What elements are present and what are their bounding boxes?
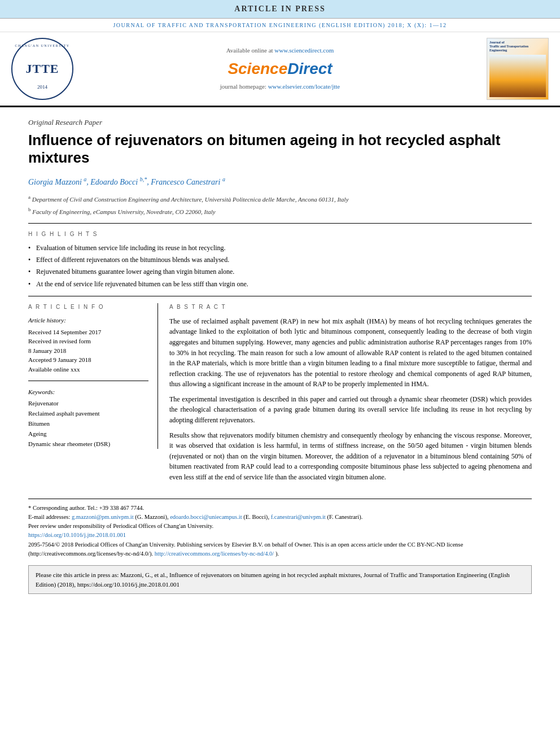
journal-homepage: journal homepage: www.elsevier.com/locat…	[96, 82, 464, 91]
affiliation-b: b Faculty of Engineering, eCampus Univer…	[28, 206, 532, 217]
article-info-inner: A R T I C L E I N F O Article history: R…	[28, 303, 158, 449]
email-addresses: E-mail addresses: g.mazzoni@pm.univpm.it…	[28, 513, 532, 522]
highlights-header: H I G H L I G H T S	[28, 230, 532, 239]
keywords-list: Rejuvenator Reclaimed asphalt pavement B…	[28, 399, 148, 449]
journal-homepage-url[interactable]: www.elsevier.com/locate/jtte	[268, 83, 340, 90]
highlight-item-1: Evaluation of bitumen service life inclu…	[28, 243, 532, 253]
separator-1	[28, 223, 532, 224]
logo-abbreviation: JTTE	[25, 60, 59, 78]
abstract-col: A B S T R A C T The use of reclaimed asp…	[169, 303, 532, 487]
keyword-4: Ageing	[28, 430, 148, 439]
banner-text: ARTICLE IN PRESS	[234, 5, 325, 13]
author-bocci: Edoardo Bocci	[90, 178, 138, 186]
highlights-section: H I G H L I G H T S Evaluation of bitume…	[28, 230, 532, 289]
highlight-item-2: Effect of different rejuvenators on the …	[28, 255, 532, 265]
highlight-item-4: At the end of service life rejuvenated b…	[28, 279, 532, 289]
received-text: Received 14 September 2017 Received in r…	[28, 327, 148, 374]
abstract-paragraph-1: The use of reclaimed asphalt pavement (R…	[169, 316, 532, 390]
author-canestrari: Francesco Canestrari	[151, 178, 220, 186]
email-canestrari-link[interactable]: f.canestrari@univpm.it	[271, 514, 326, 520]
email-mazzoni-link[interactable]: g.mazzoni@pm.univpm.it	[72, 514, 134, 520]
author-affiliations: a Department of Civil and Construction E…	[28, 194, 532, 216]
info-separator	[28, 381, 148, 381]
abstract-header: A B S T R A C T	[169, 303, 532, 312]
header-right: Journal ofTraffic and TransportationEngi…	[475, 38, 549, 100]
history-label: Article history:	[28, 316, 148, 325]
doi-link: https://doi.org/10.1016/j.jtte.2018.01.0…	[28, 531, 532, 540]
authors-line: Giorgia Mazzoni a, Edoardo Bocci b,*, Fr…	[28, 176, 532, 188]
separator-2	[28, 296, 532, 296]
article-in-press-banner: ARTICLE IN PRESS	[0, 0, 560, 19]
abstract-text: The use of reclaimed asphalt pavement (R…	[169, 316, 532, 483]
keyword-3: Bitumen	[28, 420, 148, 429]
sciencedirect-logo: ScienceDirect	[96, 58, 464, 81]
affiliation-a: a Department of Civil and Construction E…	[28, 194, 532, 204]
highlight-item-3: Rejuvenated bitumens guarantee lower age…	[28, 267, 532, 277]
abstract-paragraph-2: The experimental investigation is descri…	[169, 394, 532, 426]
university-arc-text: CHANG'AN UNIVERSITY	[12, 43, 72, 49]
email-bocci-link[interactable]: edoardo.bocci@uniecampus.it	[170, 514, 242, 520]
journal-title-bar: JOURNAL OF TRAFFIC AND TRANSPORTATION EN…	[0, 19, 560, 32]
main-content: Original Research Paper Influence of rej…	[0, 107, 560, 605]
two-col-section: A R T I C L E I N F O Article history: R…	[28, 303, 532, 487]
keyword-2: Reclaimed asphalt pavement	[28, 409, 148, 418]
journal-cover-image: Journal ofTraffic and TransportationEngi…	[487, 38, 549, 100]
highlights-list: Evaluation of bitumen service life inclu…	[28, 243, 532, 290]
article-type-label: Original Research Paper	[28, 117, 532, 128]
keyword-1: Rejuvenator	[28, 399, 148, 408]
keyword-5: Dynamic shear rheometer (DSR)	[28, 440, 148, 449]
available-online-text: Available online at www.sciencedirect.co…	[96, 46, 464, 55]
copyright-text: 2095-7564/© 2018 Periodical Offices of C…	[28, 540, 532, 559]
sciencedirect-url[interactable]: www.sciencedirect.com	[274, 47, 334, 54]
university-logo: CHANG'AN UNIVERSITY JTTE 2014	[11, 38, 73, 100]
keywords-label: Keywords:	[28, 388, 148, 397]
abstract-paragraph-3: Results show that rejuvenators modify bi…	[169, 430, 532, 483]
citation-box: Please cite this article in press as: Ma…	[28, 565, 532, 594]
article-info-col: A R T I C L E I N F O Article history: R…	[28, 303, 158, 487]
header-row: CHANG'AN UNIVERSITY JTTE 2014 Available …	[0, 32, 560, 107]
citation-text: Please cite this article in press as: Ma…	[36, 571, 510, 588]
author-mazzoni: Giorgia Mazzoni	[28, 178, 82, 186]
article-title: Influence of rejuvenators on bitumen age…	[28, 132, 532, 167]
corresponding-author: * Corresponding author. Tel.: +39 338 46…	[28, 504, 532, 513]
logo-year: 2014	[37, 84, 47, 91]
cc-license-url[interactable]: http://creativecommons.org/licenses/by-n…	[155, 551, 274, 557]
footnote-section: * Corresponding author. Tel.: +39 338 46…	[28, 499, 532, 559]
header-center: Available online at www.sciencedirect.co…	[85, 46, 475, 91]
peer-review-text: Peer review under responsibility of Peri…	[28, 522, 532, 531]
journal-title-text: JOURNAL OF TRAFFIC AND TRANSPORTATION EN…	[113, 22, 447, 28]
logo-area: CHANG'AN UNIVERSITY JTTE 2014	[11, 38, 85, 100]
doi-url[interactable]: https://doi.org/10.1016/j.jtte.2018.01.0…	[28, 532, 126, 538]
article-info-header: A R T I C L E I N F O	[28, 303, 148, 312]
